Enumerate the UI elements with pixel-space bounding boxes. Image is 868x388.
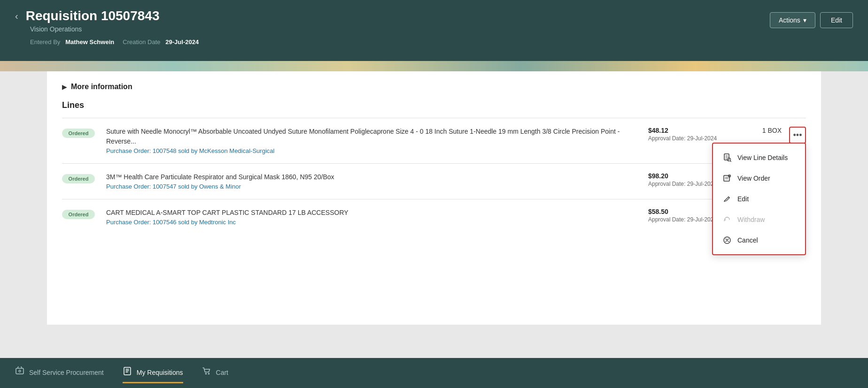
more-info-arrow-icon: ▶ xyxy=(62,83,67,91)
header-left: ‹ Requisition 10507843 Vision Operations… xyxy=(15,8,199,46)
ellipsis-icon-1: ••• xyxy=(793,130,802,140)
line-price-1: $48.12 Approval Date: 29-Jul-2024 xyxy=(648,127,733,142)
withdraw-label: Withdraw xyxy=(737,216,765,223)
cancel-icon xyxy=(722,236,732,245)
line-item-3: Ordered CART MEDICAL A-SMART TOP CART PL… xyxy=(62,199,806,235)
creation-date-value: 29-Jul-2024 xyxy=(165,38,199,46)
page-wrapper: ‹ Requisition 10507843 Vision Operations… xyxy=(0,0,868,388)
header-meta: Entered By Mathew Schwein Creation Date … xyxy=(30,38,199,46)
order-icon xyxy=(722,174,732,183)
edit-button[interactable]: Edit xyxy=(820,12,853,28)
line-desc-text-2: 3M™ Health Care Particulate Respirator a… xyxy=(106,172,637,182)
entered-by-label: Entered By xyxy=(30,38,60,46)
nav-label-cart: Cart xyxy=(216,369,228,376)
cancel-label: Cancel xyxy=(737,236,758,244)
status-badge-1: Ordered xyxy=(62,129,95,138)
line-item-1: Ordered Suture with Needle Monocryl™ Abs… xyxy=(62,118,806,163)
more-info-label: More information xyxy=(71,83,132,91)
dropdown-item-withdraw: Withdraw xyxy=(713,209,805,230)
lines-list: Ordered Suture with Needle Monocryl™ Abs… xyxy=(62,118,806,235)
view-order-label: View Order xyxy=(737,175,770,182)
dropdown-item-view-line-details[interactable]: View Line Details xyxy=(713,147,805,168)
nav-item-my-requisitions[interactable]: My Requisitions xyxy=(123,363,183,383)
edit-label: Edit xyxy=(737,195,749,203)
dropdown-item-cancel[interactable]: Cancel xyxy=(713,230,805,251)
header-title-row: ‹ Requisition 10507843 xyxy=(15,8,199,23)
nav-label-my-requisitions: My Requisitions xyxy=(137,369,183,376)
decorative-banner xyxy=(0,61,868,71)
nav-item-cart[interactable]: Cart xyxy=(202,363,228,383)
view-line-details-label: View Line Details xyxy=(737,154,788,161)
page-title: Requisition 10507843 xyxy=(26,8,160,23)
dropdown-arrow-icon: ▾ xyxy=(803,16,806,24)
lines-header: Lines xyxy=(62,100,806,110)
line-qty-1: 1 BOX xyxy=(744,127,782,134)
po-link-2[interactable]: Purchase Order: 1007547 sold by Owens & … xyxy=(106,183,241,190)
actions-button[interactable]: Actions ▾ xyxy=(770,12,815,28)
dropdown-item-view-order[interactable]: View Order xyxy=(713,168,805,189)
line-dropdown-menu-1: View Line Details View Order xyxy=(712,143,806,255)
my-requisitions-icon xyxy=(123,366,132,378)
nav-label-self-service: Self Service Procurement xyxy=(29,369,104,376)
edit-icon xyxy=(722,194,732,204)
entered-by-value: Mathew Schwein xyxy=(65,38,114,46)
line-actions-button-1[interactable]: ••• xyxy=(789,127,806,144)
svg-point-9 xyxy=(208,373,209,374)
bottom-navigation: Self Service Procurement My Requisitions… xyxy=(0,358,868,388)
status-badge-2: Ordered xyxy=(62,174,95,183)
more-info-section[interactable]: ▶ More information xyxy=(62,83,806,91)
main-content: ▶ More information Lines Ordered Suture … xyxy=(47,71,821,325)
page-header: ‹ Requisition 10507843 Vision Operations… xyxy=(0,0,868,61)
dropdown-item-edit[interactable]: Edit xyxy=(713,189,805,209)
line-desc-text-1: Suture with Needle Monocryl™ Absorbable … xyxy=(106,127,637,146)
line-item-2: Ordered 3M™ Health Care Particulate Resp… xyxy=(62,163,806,199)
svg-rect-7 xyxy=(124,367,131,375)
back-button[interactable]: ‹ xyxy=(15,11,18,22)
withdraw-icon xyxy=(722,215,732,224)
line-description-2: 3M™ Health Care Particulate Respirator a… xyxy=(106,172,637,190)
line-amount-1: $48.12 xyxy=(648,127,733,134)
status-badge-3: Ordered xyxy=(62,210,95,219)
po-link-3[interactable]: Purchase Order: 1007546 sold by Medtroni… xyxy=(106,219,236,226)
nav-item-self-service[interactable]: Self Service Procurement xyxy=(15,363,104,383)
actions-label: Actions xyxy=(779,16,800,24)
self-service-icon xyxy=(15,366,24,378)
svg-point-6 xyxy=(19,370,21,372)
svg-rect-5 xyxy=(16,368,23,374)
header-right: Actions ▾ Edit xyxy=(770,12,853,28)
line-approval-1: Approval Date: 29-Jul-2024 xyxy=(648,135,733,142)
header-subtitle: Vision Operations xyxy=(30,25,199,33)
doc-icon xyxy=(722,153,732,162)
line-desc-text-3: CART MEDICAL A-SMART TOP CART PLASTIC ST… xyxy=(106,208,637,218)
creation-date-label: Creation Date xyxy=(123,38,160,46)
line-description-1: Suture with Needle Monocryl™ Absorbable … xyxy=(106,127,637,155)
line-description-3: CART MEDICAL A-SMART TOP CART PLASTIC ST… xyxy=(106,208,637,226)
po-link-1[interactable]: Purchase Order: 1007548 sold by McKesson… xyxy=(106,147,274,154)
cart-icon xyxy=(202,366,211,378)
svg-point-8 xyxy=(205,373,206,374)
